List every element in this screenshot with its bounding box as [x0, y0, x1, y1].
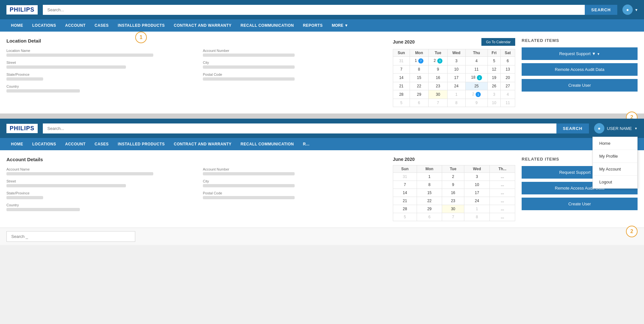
cal-header-1: June 2020 Go To Calendar	[393, 38, 515, 46]
nav-recall-2[interactable]: RECALL COMMUNICATION	[236, 139, 298, 150]
table-row: 27	[500, 82, 515, 90]
dropdown-logout[interactable]: Logout	[593, 176, 637, 188]
nav-bar-1: HOME LOCATIONS ACCOUNT CASES INSTALLED P…	[0, 19, 644, 32]
table-row: 4	[500, 90, 515, 99]
table-row: 10	[464, 181, 490, 189]
nav-cases-2[interactable]: CASES	[90, 139, 113, 150]
avatar-2: ●	[594, 123, 604, 133]
philips-logo-1: PHILIPS	[6, 5, 38, 15]
nav-installed-products-2[interactable]: INSTALLED PRODUCTS	[113, 139, 169, 150]
philips-logo-2: PHILIPS	[6, 124, 38, 133]
table-row: 5	[393, 99, 410, 107]
nav-home-1[interactable]: HOME	[6, 20, 28, 31]
bottom-search-input[interactable]	[6, 231, 135, 242]
table-row: 29	[417, 205, 442, 213]
cal-day-tue-2: Tue	[442, 165, 464, 173]
badge: 7	[418, 58, 423, 64]
table-row: 31	[393, 173, 417, 181]
table-row: ...	[490, 213, 515, 221]
table-row: 8	[447, 99, 465, 107]
table-row: 4	[465, 57, 488, 65]
nav-account-1[interactable]: ACCOUNT	[61, 20, 90, 31]
table-row: ...	[490, 173, 515, 181]
section2: PHILIPS SEARCH ● USER NAME ▼ Home My Pro…	[0, 119, 644, 245]
create-user-btn-2[interactable]: Create User	[522, 198, 638, 210]
username-1: ▾	[635, 7, 638, 12]
field-location-name: Location Name	[6, 49, 190, 57]
nav-contract-1[interactable]: CONTRACT AND WARRANTY	[169, 20, 236, 31]
dropdown-my-profile[interactable]: My Profile	[593, 150, 637, 163]
user-area-2[interactable]: ● USER NAME ▼ Home My Profile My Account…	[594, 123, 638, 133]
table-row: 1	[447, 90, 465, 99]
cal-day-mon-2: Mon	[417, 165, 442, 173]
table-row: 29	[410, 90, 429, 99]
table-row: 7	[429, 99, 448, 107]
go-to-calendar-btn-1[interactable]: Go To Calendar	[481, 38, 515, 46]
field-city-2: City	[203, 179, 386, 187]
nav-bar-2: HOME LOCATIONS ACCOUNT CASES INSTALLED P…	[0, 138, 644, 150]
table-row: 10	[447, 65, 465, 74]
request-support-btn-1[interactable]: Request Support ▼	[522, 47, 638, 60]
cal-day-wed: Wed	[447, 49, 465, 57]
calendar-panel-1: June 2020 Go To Calendar Sun Mon Tue Wed…	[393, 38, 515, 107]
table-row: 7	[393, 181, 417, 189]
calendar-panel-2: June 2020 Sun Mon Tue Wed Th... 31 1	[393, 157, 515, 221]
table-row: 9	[429, 65, 448, 74]
username-2: USER NAME	[607, 126, 632, 131]
nav-r-2[interactable]: R...	[298, 139, 314, 150]
nav-installed-products-1[interactable]: INSTALLED PRODUCTS	[113, 20, 169, 31]
field-grid-1: Location Name Account Number Street City…	[6, 49, 386, 93]
table-row: 11	[465, 65, 488, 74]
nav-account-2[interactable]: ACCOUNT	[61, 139, 90, 150]
nav-more-1[interactable]: MORE ▼	[327, 20, 353, 31]
table-row: 2 1	[465, 90, 488, 99]
create-user-btn-1[interactable]: Create User	[522, 79, 638, 92]
content-wrapper-2: Account Details Account Name Account Num…	[0, 150, 644, 228]
user-dropdown-menu: Home My Profile My Account Logout	[592, 137, 638, 189]
search-input-2[interactable]	[43, 123, 556, 133]
search-button-2[interactable]: SEARCH	[556, 123, 589, 133]
table-row: 6	[410, 99, 429, 107]
nav-cases-1[interactable]: CASES	[90, 20, 113, 31]
table-row: 24	[464, 197, 490, 205]
table-row: ...	[490, 197, 515, 205]
field-city: City	[203, 61, 386, 69]
table-row: 21	[393, 82, 410, 90]
field-grid-2: Account Name Account Number Street City …	[6, 167, 386, 211]
remote-access-btn-1[interactable]: Remote Access Audit Data	[522, 63, 638, 76]
table-row: 16	[442, 189, 464, 197]
dropdown-home[interactable]: Home	[593, 137, 637, 150]
table-row: 3	[488, 90, 501, 99]
related-panel-1: RELATED ITEMS Request Support ▼ Remote A…	[522, 38, 638, 107]
field-street-2: Street	[6, 179, 190, 187]
table-row: 31	[393, 57, 410, 65]
table-row: ...	[490, 205, 515, 213]
cal-day-th-2: Th...	[490, 165, 515, 173]
table-row: 25	[465, 82, 488, 90]
nav-contract-2[interactable]: CONTRACT AND WARRANTY	[169, 139, 236, 150]
cal-month-1: June 2020	[393, 39, 415, 44]
table-row: 14	[393, 189, 417, 197]
nav-locations-2[interactable]: LOCATIONS	[28, 139, 61, 150]
table-row: ...	[490, 181, 515, 189]
search-input-1[interactable]	[43, 5, 585, 15]
table-row: 16	[429, 74, 448, 82]
page-separator	[0, 113, 644, 119]
related-title-1: RELATED ITEMS	[522, 38, 638, 43]
chevron-down-icon: ▼	[634, 127, 638, 130]
badge: 1	[477, 75, 482, 80]
table-row: 26	[488, 82, 501, 90]
nav-home-2[interactable]: HOME	[6, 139, 28, 150]
table-row: 2 3	[429, 57, 448, 65]
annotation-circle-4: 2	[626, 226, 638, 237]
dropdown-my-account[interactable]: My Account	[593, 163, 637, 176]
search-button-1[interactable]: SEARCH	[585, 5, 617, 15]
user-area-1[interactable]: ● ▾	[622, 5, 638, 15]
nav-reports-1[interactable]: REPORTS	[298, 20, 327, 31]
table-row: 17	[447, 74, 465, 82]
cal-day-sun: Sun	[393, 49, 410, 57]
nav-recall-1[interactable]: RECALL COMMUNICATION	[236, 20, 298, 31]
nav-locations-1[interactable]: LOCATIONS	[28, 20, 61, 31]
table-row: 18 1	[465, 74, 488, 82]
field-street: Street	[6, 61, 190, 69]
